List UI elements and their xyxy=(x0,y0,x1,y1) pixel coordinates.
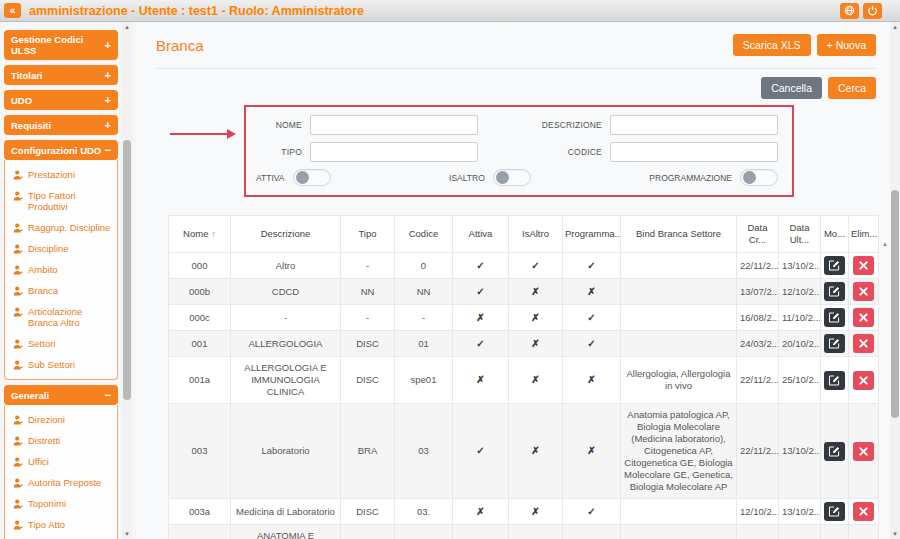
sidebar-scrollbar[interactable]: ▲ ▼ xyxy=(122,22,132,539)
sidebar-item[interactable]: Discipline xyxy=(11,238,117,259)
cell-codice: spe01 xyxy=(395,357,453,404)
sidebar-section: Gestione Codici ULSS + xyxy=(4,30,119,60)
delete-button[interactable] xyxy=(853,371,874,390)
col-attiva[interactable]: Attiva xyxy=(453,216,509,253)
col-bind-branca-settore[interactable]: Bind Branca Settore xyxy=(621,216,737,253)
programmazione-label: PROGRAMMAZIONE xyxy=(649,173,732,183)
logout-power-button[interactable] xyxy=(863,3,882,19)
cell-tipo: - xyxy=(341,305,395,331)
sidebar-item[interactable]: Branca xyxy=(11,280,117,301)
nome-input[interactable] xyxy=(310,115,478,135)
edit-button[interactable] xyxy=(824,334,845,353)
sidebar-item-label: Raggrup. Discipline xyxy=(28,222,110,233)
programmazione-toggle[interactable] xyxy=(740,169,778,186)
edit-button[interactable] xyxy=(824,371,845,390)
delete-button[interactable] xyxy=(853,442,874,461)
tipo-input[interactable] xyxy=(310,142,478,162)
sidebar-item[interactable]: Uffici xyxy=(11,451,117,472)
sidebar-section-button[interactable]: Requisiti + xyxy=(4,115,118,135)
sidebar-item[interactable]: Sub Settori xyxy=(11,354,117,375)
delete-button[interactable] xyxy=(853,256,874,275)
sidebar-section-button[interactable]: Gestione Codici ULSS + xyxy=(4,30,118,60)
sidebar-item[interactable]: Raggrup. Discipline xyxy=(11,217,117,238)
scroll-down-icon[interactable]: ▼ xyxy=(890,531,900,537)
sidebar-item[interactable]: Tipo Atto xyxy=(11,514,117,535)
col-codice[interactable]: Codice xyxy=(395,216,453,253)
cell-nome: 003a xyxy=(169,499,231,525)
sidebar-section-button[interactable]: Generali − xyxy=(4,385,118,405)
table-scroll-up-icon[interactable]: ▲ xyxy=(882,241,888,247)
col-isaltro[interactable]: IsAltro xyxy=(509,216,563,253)
col-data-ultima[interactable]: Data Ult... xyxy=(779,216,821,253)
table-header-row: Nome↑ Descrizione Tipo Codice Attiva IsA… xyxy=(169,216,879,253)
cell-codice: 03. xyxy=(395,525,453,539)
cell-descrizione: ALLERGOLOGIA xyxy=(231,331,341,357)
collapse-sidebar-button[interactable]: « xyxy=(4,3,21,18)
sidebar-scrollbar-thumb[interactable] xyxy=(123,140,131,400)
new-record-button[interactable]: + Nuova xyxy=(817,34,876,56)
cell-descrizione: Altro xyxy=(231,253,341,279)
download-xls-button[interactable]: Scarica XLS xyxy=(733,34,811,56)
sidebar-item[interactable]: Autorita Preposte xyxy=(11,472,117,493)
scroll-up-icon[interactable]: ▲ xyxy=(890,24,900,30)
col-tipo[interactable]: Tipo xyxy=(341,216,395,253)
col-descrizione[interactable]: Descrizione xyxy=(231,216,341,253)
sidebar-item[interactable]: Prestazioni xyxy=(11,164,117,185)
globe-icon xyxy=(844,5,855,16)
col-data-creazione[interactable]: Data Cr... xyxy=(737,216,779,253)
sidebar-section-label: Configurazioni UDO xyxy=(11,145,101,156)
cell-codice: 03 xyxy=(395,404,453,499)
window-scrollbar-thumb[interactable] xyxy=(891,190,899,418)
cell-tipo: DISC xyxy=(341,525,395,539)
sidebar-item[interactable]: Toponimi xyxy=(11,493,117,514)
codice-input[interactable] xyxy=(610,142,778,162)
col-nome[interactable]: Nome↑ xyxy=(169,216,231,253)
sidebar-item-label: Distretti xyxy=(28,435,60,446)
codice-label: CODICE xyxy=(518,147,602,157)
edit-button[interactable] xyxy=(824,308,845,327)
cell-data-creazione: 22/11/2... xyxy=(737,357,779,404)
cell-programmazione: ✓ xyxy=(563,499,621,525)
user-icon xyxy=(13,499,23,509)
descrizione-input[interactable] xyxy=(610,115,778,135)
sidebar-item[interactable]: Tipo Societa xyxy=(11,535,117,539)
sidebar-item[interactable]: Settori xyxy=(11,333,117,354)
delete-button[interactable] xyxy=(853,282,874,301)
sidebar-section-button[interactable]: UDO + xyxy=(4,90,118,110)
cell-isaltro: ✓ xyxy=(509,253,563,279)
delete-button[interactable] xyxy=(853,308,874,327)
language-globe-button[interactable] xyxy=(840,3,859,19)
sidebar-section-button[interactable]: Titolari + xyxy=(4,65,118,85)
sidebar-item[interactable]: Distretti xyxy=(11,430,117,451)
user-icon xyxy=(13,244,23,254)
edit-pencil-icon xyxy=(829,446,840,457)
table-row: 000b CDCD NN NN ✓ ✗ ✗ 13/07/2... 12/10/2… xyxy=(169,279,879,305)
edit-pencil-icon xyxy=(829,286,840,297)
sidebar-item-label: Uffici xyxy=(28,456,49,467)
scroll-up-icon[interactable]: ▲ xyxy=(122,24,132,30)
sidebar-item[interactable]: Ambito xyxy=(11,259,117,280)
window-scrollbar[interactable]: ▲ ▼ xyxy=(890,22,900,539)
sidebar-item-label: Tipo Atto xyxy=(28,519,65,530)
sidebar-section-button[interactable]: Configurazioni UDO − xyxy=(4,140,118,160)
cell-data-ultima: 25/10/2... xyxy=(779,357,821,404)
clear-filters-button[interactable]: Cancella xyxy=(761,77,822,99)
edit-button[interactable] xyxy=(824,282,845,301)
edit-button[interactable] xyxy=(824,502,845,521)
scroll-down-icon[interactable]: ▼ xyxy=(122,531,132,537)
table-row: 000 Altro - 0 ✓ ✓ ✓ 22/11/2... 13/10/2..… xyxy=(169,253,879,279)
edit-button[interactable] xyxy=(824,256,845,275)
sidebar-item[interactable]: Articolazione Branca Altro xyxy=(11,301,117,333)
sidebar-item[interactable]: Direzioni xyxy=(11,409,117,430)
col-programmazione[interactable]: Programma... xyxy=(563,216,621,253)
cell-attiva: ✓ xyxy=(453,279,509,305)
sidebar-item[interactable]: Tipo Fattori Produttivi xyxy=(11,185,117,217)
delete-button[interactable] xyxy=(853,502,874,521)
user-icon xyxy=(13,170,23,180)
isaltro-toggle[interactable] xyxy=(493,169,531,186)
cell-descrizione: ANATOMIA E ISTOLOGIA PATOLOGICA xyxy=(231,525,341,539)
delete-button[interactable] xyxy=(853,334,874,353)
search-button[interactable]: Cerca xyxy=(828,77,876,99)
edit-button[interactable] xyxy=(824,442,845,461)
attiva-toggle[interactable] xyxy=(293,169,331,186)
